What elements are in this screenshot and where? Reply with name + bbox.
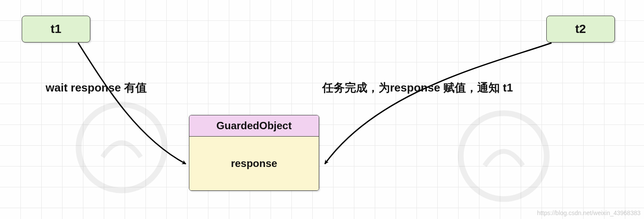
guarded-body: response (189, 137, 319, 190)
guarded-title: GuardedObject (189, 115, 319, 137)
node-t1: t1 (22, 16, 90, 42)
watermark-circle (456, 108, 552, 204)
watermark-url: https://blog.csdn.net/weixin_43968383 (537, 209, 641, 216)
node-t2: t2 (546, 16, 615, 42)
node-t1-label: t1 (51, 22, 62, 36)
node-t2-label: t2 (575, 22, 586, 36)
edge-t2-to-guarded (325, 43, 552, 164)
svg-point-1 (461, 113, 547, 199)
edge-right-label: 任务完成，为response 赋值，通知 t1 (322, 80, 513, 95)
watermark-circle (74, 100, 169, 195)
edge-t1-to-guarded (78, 43, 186, 164)
svg-point-0 (79, 105, 165, 190)
edge-left-label: wait response 有值 (46, 80, 147, 95)
node-guarded-object: GuardedObject response (189, 115, 319, 191)
